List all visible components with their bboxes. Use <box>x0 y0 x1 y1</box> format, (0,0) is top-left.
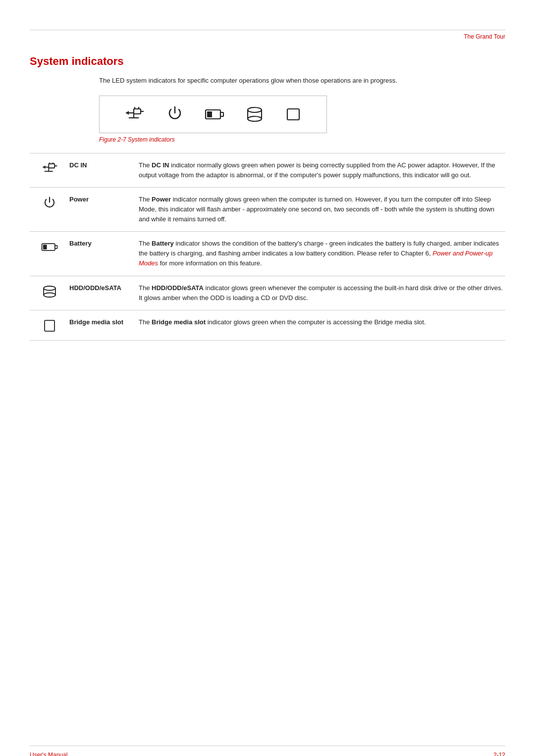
figure-battery-icon <box>205 105 224 124</box>
hdd-label: HDD/ODD/eSATA <box>69 283 139 292</box>
battery-icon <box>30 239 69 254</box>
svg-marker-21 <box>43 165 45 169</box>
power-icon <box>30 195 69 211</box>
svg-point-11 <box>248 107 262 112</box>
figure-hdd-icon <box>245 105 264 124</box>
table-row: Battery The Battery indicator shows the … <box>30 231 505 275</box>
svg-point-30 <box>44 293 55 297</box>
footer-page-number: 2-12 <box>493 752 505 756</box>
dc-in-label: DC IN <box>69 160 139 169</box>
figure-box <box>99 96 327 133</box>
figure-bridge-icon <box>285 105 301 124</box>
power-description: The Power indicator normally glows green… <box>139 195 505 224</box>
svg-rect-9 <box>220 112 223 116</box>
table-row: Bridge media slot The Bridge media slot … <box>30 310 505 341</box>
svg-point-14 <box>248 116 262 121</box>
bridge-media-slot-label: Bridge media slot <box>69 317 139 326</box>
chapter-label: The Grand Tour <box>30 33 505 40</box>
top-rule <box>30 30 505 30</box>
table-row: HDD/ODD/eSATA The HDD/ODD/eSATA indicato… <box>30 276 505 310</box>
figure-caption: Figure 2-7 System indicators <box>99 136 505 143</box>
table-row: DC IN The DC IN indicator normally glows… <box>30 153 505 187</box>
footer-rule <box>30 746 505 746</box>
power-label: Power <box>69 195 139 203</box>
svg-marker-5 <box>126 111 129 115</box>
figure-power-icon <box>166 105 184 124</box>
svg-rect-0 <box>134 109 141 114</box>
dc-in-icon <box>30 160 69 176</box>
table-row: Power The Power indicator normally glows… <box>30 187 505 231</box>
dc-in-description: The DC IN indicator normally glows green… <box>139 160 505 180</box>
svg-rect-25 <box>55 246 57 249</box>
battery-description: The Battery indicator shows the conditio… <box>139 239 505 268</box>
hdd-icon <box>30 283 69 299</box>
svg-rect-26 <box>43 245 47 250</box>
footer: User's Manual 2-12 <box>0 752 535 756</box>
bridge-media-slot-description: The Bridge media slot indicator glows gr… <box>139 317 505 327</box>
section-title: System indicators <box>30 55 505 68</box>
figure-dc-in-icon <box>125 105 145 124</box>
footer-left-label: User's Manual <box>30 752 67 756</box>
svg-rect-15 <box>287 109 299 120</box>
svg-point-27 <box>44 286 55 291</box>
svg-rect-10 <box>207 111 212 117</box>
intro-text: The LED system indicators for specific c… <box>99 76 505 86</box>
svg-rect-31 <box>45 320 54 331</box>
power-modes-link[interactable]: Power and Power-up Modes <box>139 250 492 267</box>
svg-rect-16 <box>49 163 54 168</box>
bridge-media-slot-icon <box>30 317 69 333</box>
hdd-description: The HDD/ODD/eSATA indicator glows green … <box>139 283 505 303</box>
battery-label: Battery <box>69 239 139 247</box>
indicator-table: DC IN The DC IN indicator normally glows… <box>30 153 505 341</box>
page: The Grand Tour System indicators The LED… <box>0 30 535 756</box>
